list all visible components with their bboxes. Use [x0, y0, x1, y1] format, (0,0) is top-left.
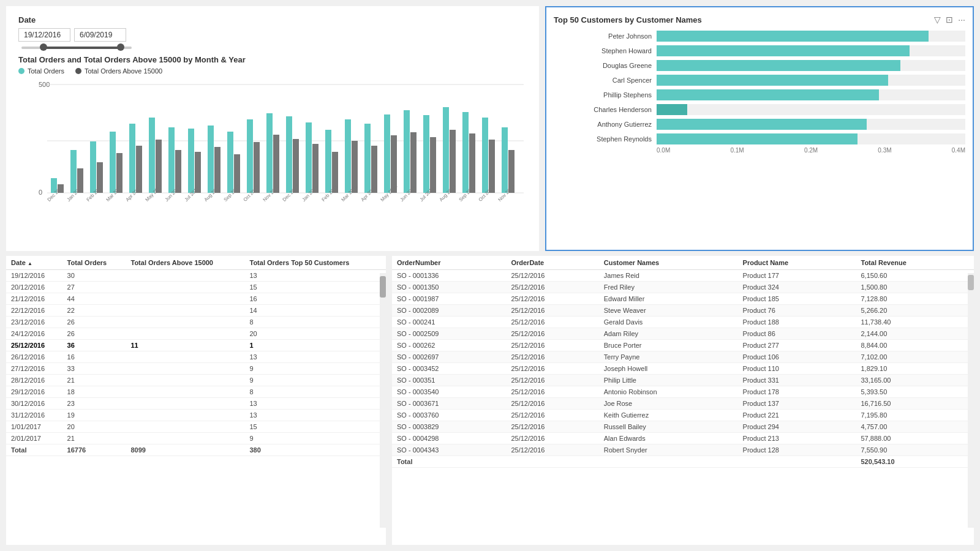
svg-rect-7 — [70, 150, 77, 193]
orders-detail-table: OrderNumber OrderDate Customer Names Pro… — [392, 256, 974, 468]
cell-total-orders: 36 — [62, 340, 126, 351]
cell-order-date: 25/12/2016 — [506, 386, 598, 398]
cell-above-15000 — [126, 317, 244, 328]
cell-revenue: 57,888.00 — [856, 433, 974, 444]
cell-order-date: 25/12/2016 — [506, 270, 598, 282]
left-table-scrollbar[interactable] — [380, 273, 386, 528]
cell-revenue: 8,844.00 — [856, 340, 974, 351]
cell-customer: Keith Gutierrez — [599, 410, 738, 421]
date-start-input[interactable]: 19/12/2016 — [18, 28, 70, 42]
col-order-num: OrderNumber — [392, 256, 506, 270]
more-icon[interactable]: ··· — [958, 15, 965, 24]
bar-chart-svg: 500 0 — [18, 80, 527, 202]
svg-rect-43 — [423, 115, 429, 193]
orders-row: SO - 0001987 25/12/2016 Edward Miller Pr… — [392, 293, 974, 305]
cell-order-num: SO - 0004343 — [392, 444, 506, 456]
cell-customer: Gerald Davis — [599, 317, 738, 328]
cell-product: Product 185 — [738, 293, 856, 305]
date-end-input[interactable]: 6/09/2019 — [74, 28, 126, 42]
cell-order-date: 25/12/2016 — [506, 375, 598, 386]
orders-row: SO - 0004343 25/12/2016 Robert Snyder Pr… — [392, 444, 974, 456]
cell-above-15000 — [126, 282, 244, 293]
cell-above-15000 — [126, 270, 244, 282]
cell-above-15000 — [126, 328, 244, 340]
cell-total-orders: 26 — [62, 317, 126, 328]
hbar-fill — [657, 133, 858, 144]
svg-rect-15 — [149, 118, 155, 193]
hbar-track — [657, 75, 965, 86]
cell-product: Product 86 — [738, 328, 856, 340]
cell-revenue: 1,829.10 — [856, 363, 974, 375]
hbar-axis: 0.0M 0.1M 0.2M 0.3M 0.4M — [554, 147, 965, 154]
cell-order-num: SO - 000351 — [392, 375, 506, 386]
hbar-fill — [657, 89, 879, 100]
hbar-row-charles: Charles Henderson — [554, 104, 965, 115]
svg-rect-39 — [384, 114, 390, 193]
cell-order-date: 25/12/2016 — [506, 293, 598, 305]
col-date: Date ▲ — [6, 256, 62, 270]
cell-revenue: 7,550.90 — [856, 444, 974, 456]
right-orders-table: OrderNumber OrderDate Customer Names Pro… — [392, 256, 974, 545]
slider-thumb-left[interactable] — [40, 43, 47, 51]
cell-total-orders: 33 — [62, 363, 126, 375]
axis-label-01: 0.1M — [730, 147, 744, 154]
cell-top50: 14 — [244, 305, 386, 317]
legend-above-15000: Total Orders Above 15000 — [75, 67, 162, 75]
panel-icons: ▽ ⊡ ··· — [934, 15, 965, 24]
cell-top50: 16 — [244, 293, 386, 305]
table-row: 25/12/2016 36 11 1 — [6, 340, 386, 351]
date-inputs: 19/12/2016 6/09/2019 — [18, 28, 527, 42]
cell-order-num: SO - 0003540 — [392, 386, 506, 398]
hbar-row-stephen-h: Stephen Howard — [554, 45, 965, 56]
cell-order-num: SO - 0002089 — [392, 305, 506, 317]
cell-above-15000 — [126, 433, 244, 444]
table-row: 30/12/2016 23 13 — [6, 398, 386, 410]
cell-order-num: SO - 0001336 — [392, 270, 506, 282]
cell-customer: Edward Miller — [599, 293, 738, 305]
total-orders-val: 16776 — [62, 444, 126, 456]
legend-dot-dark — [75, 68, 81, 74]
hbar-fill — [657, 31, 929, 42]
bar-chart-area: 500 0 — [18, 80, 527, 202]
left-panel: Date 19/12/2016 6/09/2019 Total Orders a… — [6, 6, 539, 251]
hbar-fill — [657, 119, 867, 130]
panel-header: Top 50 Customers by Customer Names ▽ ⊡ ·… — [554, 15, 965, 24]
date-slider[interactable] — [21, 47, 132, 49]
hbar-label: Charles Henderson — [554, 106, 652, 113]
right-panel: Top 50 Customers by Customer Names ▽ ⊡ ·… — [545, 6, 974, 251]
svg-rect-47 — [462, 112, 469, 193]
cell-order-num: SO - 0004298 — [392, 433, 506, 444]
col-total-revenue: Total Revenue — [856, 256, 974, 270]
orders-total-revenue: 520,543.10 — [856, 456, 974, 468]
orders-row: SO - 0003671 25/12/2016 Joe Rose Product… — [392, 398, 974, 410]
cell-customer: Robert Snyder — [599, 444, 738, 456]
orders-row: SO - 000351 25/12/2016 Philip Little Pro… — [392, 375, 974, 386]
total-label: Total — [6, 444, 62, 456]
hbar-row-carl: Carl Spencer — [554, 75, 965, 86]
slider-thumb-right[interactable] — [117, 43, 124, 51]
hbar-track — [657, 60, 965, 71]
svg-rect-31 — [306, 122, 312, 193]
right-table-scrollbar[interactable] — [968, 273, 974, 528]
axis-label-0: 0.0M — [657, 147, 670, 154]
svg-rect-27 — [266, 113, 273, 193]
cell-above-15000 — [126, 375, 244, 386]
axis-label-04: 0.4M — [952, 147, 965, 154]
filter-icon[interactable]: ▽ — [934, 15, 941, 24]
right-table-scroll-thumb[interactable] — [968, 275, 974, 290]
left-table-scroll-thumb[interactable] — [380, 276, 386, 298]
cell-order-num: SO - 0001987 — [392, 293, 506, 305]
expand-icon[interactable]: ⊡ — [946, 15, 953, 24]
cell-top50: 9 — [244, 433, 386, 444]
cell-revenue: 7,195.80 — [856, 410, 974, 421]
table-row: 20/12/2016 27 15 — [6, 282, 386, 293]
cell-date: 22/12/2016 — [6, 305, 62, 317]
orders-row: SO - 000262 25/12/2016 Bruce Porter Prod… — [392, 340, 974, 351]
cell-date: 2/01/2017 — [6, 433, 62, 444]
cell-date: 21/12/2016 — [6, 293, 62, 305]
cell-product: Product 110 — [738, 363, 856, 375]
date-orders-table: Date ▲ Total Orders Total Orders Above 1… — [6, 256, 386, 456]
cell-revenue: 5,393.50 — [856, 386, 974, 398]
cell-customer: James Reid — [599, 270, 738, 282]
cell-customer: Philip Little — [599, 375, 738, 386]
